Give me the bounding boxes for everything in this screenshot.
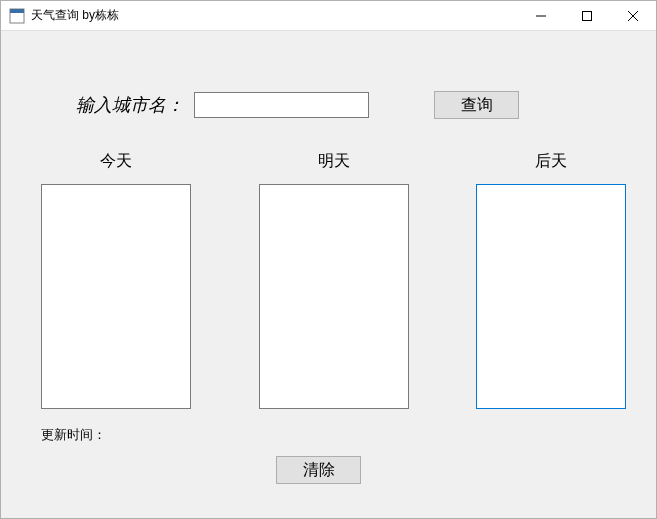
close-button[interactable] — [610, 1, 656, 30]
minimize-button[interactable] — [518, 1, 564, 30]
app-icon — [9, 8, 25, 24]
today-box — [41, 184, 191, 409]
today-column: 今天 — [41, 151, 191, 409]
clear-button[interactable]: 清除 — [276, 456, 361, 484]
update-time-row: 更新时间： — [41, 426, 106, 444]
day-after-column: 后天 — [476, 151, 626, 409]
tomorrow-label: 明天 — [318, 151, 350, 172]
titlebar: 天气查询 by栋栋 — [1, 1, 656, 31]
window-controls — [518, 1, 656, 30]
update-time-label: 更新时间： — [41, 427, 106, 442]
tomorrow-column: 明天 — [259, 151, 409, 409]
svg-rect-1 — [10, 9, 24, 13]
main-window: 天气查询 by栋栋 输入城市名： 查询 今天 明天 — [0, 0, 657, 519]
days-row: 今天 明天 后天 — [41, 151, 626, 409]
day-after-box — [476, 184, 626, 409]
input-row: 输入城市名： 查询 — [1, 91, 656, 119]
city-input-label: 输入城市名： — [76, 93, 184, 117]
tomorrow-box — [259, 184, 409, 409]
city-input[interactable] — [194, 92, 369, 118]
today-label: 今天 — [100, 151, 132, 172]
day-after-label: 后天 — [535, 151, 567, 172]
client-area: 输入城市名： 查询 今天 明天 后天 更新时间： 清除 — [1, 31, 656, 518]
window-title: 天气查询 by栋栋 — [31, 7, 119, 24]
maximize-button[interactable] — [564, 1, 610, 30]
query-button[interactable]: 查询 — [434, 91, 519, 119]
svg-rect-3 — [583, 11, 592, 20]
